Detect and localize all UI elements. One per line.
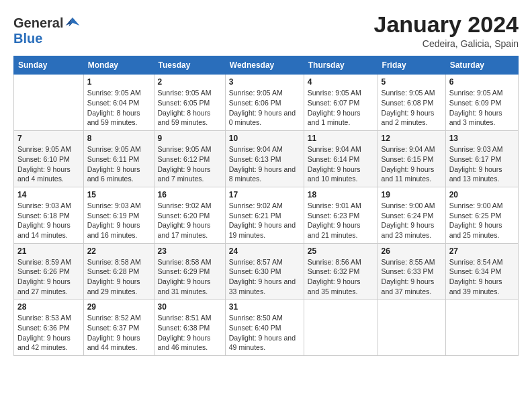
week-row-2: 7Sunrise: 9:05 AMSunset: 6:10 PMDaylight… — [14, 131, 519, 187]
day-detail: Sunrise: 9:03 AMSunset: 6:18 PMDaylight:… — [17, 201, 80, 240]
calendar-cell: 22Sunrise: 8:58 AMSunset: 6:28 PMDayligh… — [83, 243, 154, 300]
header-row: SundayMondayTuesdayWednesdayThursdayFrid… — [14, 56, 519, 75]
calendar-cell: 23Sunrise: 8:58 AMSunset: 6:29 PMDayligh… — [154, 243, 225, 300]
calendar-table: SundayMondayTuesdayWednesdayThursdayFrid… — [13, 56, 519, 356]
day-number: 28 — [17, 302, 80, 312]
day-detail: Sunrise: 9:05 AMSunset: 6:07 PMDaylight:… — [308, 88, 374, 128]
day-detail: Sunrise: 8:52 AMSunset: 6:37 PMDaylight:… — [87, 313, 150, 353]
calendar-cell: 4Sunrise: 9:05 AMSunset: 6:07 PMDaylight… — [304, 75, 378, 131]
subtitle: Cedeira, Galicia, Spain — [374, 38, 519, 49]
calendar-cell: 1Sunrise: 9:05 AMSunset: 6:04 PMDaylight… — [83, 75, 154, 131]
calendar-cell: 29Sunrise: 8:52 AMSunset: 6:37 PMDayligh… — [83, 300, 154, 356]
day-number: 16 — [158, 190, 222, 199]
calendar-cell: 11Sunrise: 9:04 AMSunset: 6:14 PMDayligh… — [304, 131, 378, 187]
logo-blue-text: Blue — [13, 31, 42, 46]
calendar-cell: 3Sunrise: 9:05 AMSunset: 6:06 PMDaylight… — [225, 75, 304, 131]
day-number: 14 — [17, 190, 80, 199]
calendar-cell: 6Sunrise: 9:05 AMSunset: 6:09 PMDaylight… — [445, 75, 518, 131]
day-number: 13 — [449, 134, 515, 143]
calendar-cell — [304, 300, 378, 356]
page: General Blue January 2024 Cedeira, Galic… — [0, 0, 532, 411]
calendar-cell: 26Sunrise: 8:55 AMSunset: 6:33 PMDayligh… — [378, 243, 445, 300]
column-header-thursday: Thursday — [304, 56, 378, 75]
column-header-sunday: Sunday — [14, 56, 84, 75]
day-detail: Sunrise: 8:58 AMSunset: 6:29 PMDaylight:… — [158, 257, 222, 297]
day-number: 18 — [308, 190, 374, 199]
calendar-cell: 8Sunrise: 9:05 AMSunset: 6:11 PMDaylight… — [83, 131, 154, 187]
logo-general-text: General — [13, 15, 63, 31]
week-row-4: 21Sunrise: 8:59 AMSunset: 6:26 PMDayligh… — [14, 243, 519, 300]
day-detail: Sunrise: 9:05 AMSunset: 6:10 PMDaylight:… — [17, 144, 80, 184]
calendar-cell: 28Sunrise: 8:53 AMSunset: 6:36 PMDayligh… — [14, 300, 84, 356]
week-row-3: 14Sunrise: 9:03 AMSunset: 6:18 PMDayligh… — [14, 187, 519, 243]
day-number: 10 — [229, 134, 300, 143]
day-detail: Sunrise: 8:51 AMSunset: 6:38 PMDaylight:… — [158, 313, 222, 353]
day-number: 19 — [382, 190, 442, 199]
day-detail: Sunrise: 9:01 AMSunset: 6:23 PMDaylight:… — [308, 201, 374, 240]
calendar-cell — [445, 300, 518, 356]
day-detail: Sunrise: 9:05 AMSunset: 6:06 PMDaylight:… — [229, 88, 300, 128]
day-number: 3 — [229, 77, 300, 87]
day-detail: Sunrise: 8:57 AMSunset: 6:30 PMDaylight:… — [229, 257, 300, 297]
calendar-cell: 18Sunrise: 9:01 AMSunset: 6:23 PMDayligh… — [304, 187, 378, 243]
day-detail: Sunrise: 8:54 AMSunset: 6:34 PMDaylight:… — [449, 257, 515, 297]
day-number: 27 — [449, 246, 515, 256]
day-detail: Sunrise: 8:56 AMSunset: 6:32 PMDaylight:… — [308, 257, 374, 297]
calendar-cell: 27Sunrise: 8:54 AMSunset: 6:34 PMDayligh… — [445, 243, 518, 300]
day-detail: Sunrise: 9:05 AMSunset: 6:11 PMDaylight:… — [87, 144, 150, 184]
day-detail: Sunrise: 9:03 AMSunset: 6:17 PMDaylight:… — [449, 144, 515, 184]
calendar-cell: 14Sunrise: 9:03 AMSunset: 6:18 PMDayligh… — [14, 187, 84, 243]
day-detail: Sunrise: 9:04 AMSunset: 6:14 PMDaylight:… — [308, 144, 374, 184]
week-row-1: 1Sunrise: 9:05 AMSunset: 6:04 PMDaylight… — [14, 75, 519, 131]
calendar-cell: 13Sunrise: 9:03 AMSunset: 6:17 PMDayligh… — [445, 131, 518, 187]
logo: General Blue — [13, 15, 81, 46]
day-detail: Sunrise: 9:05 AMSunset: 6:05 PMDaylight:… — [158, 88, 222, 128]
day-detail: Sunrise: 9:04 AMSunset: 6:15 PMDaylight:… — [382, 144, 442, 184]
column-header-saturday: Saturday — [445, 56, 518, 75]
day-number: 8 — [87, 134, 150, 143]
day-detail: Sunrise: 9:04 AMSunset: 6:13 PMDaylight:… — [229, 144, 300, 184]
calendar-cell — [378, 300, 445, 356]
day-detail: Sunrise: 9:02 AMSunset: 6:20 PMDaylight:… — [158, 201, 222, 240]
day-number: 17 — [229, 190, 300, 199]
day-number: 15 — [87, 190, 150, 199]
calendar-cell: 17Sunrise: 9:02 AMSunset: 6:21 PMDayligh… — [225, 187, 304, 243]
column-header-friday: Friday — [378, 56, 445, 75]
day-number: 24 — [229, 246, 300, 256]
column-header-wednesday: Wednesday — [225, 56, 304, 75]
day-number: 12 — [382, 134, 442, 143]
day-number: 26 — [382, 246, 442, 256]
day-detail: Sunrise: 8:58 AMSunset: 6:28 PMDaylight:… — [87, 257, 150, 297]
day-number: 1 — [87, 77, 150, 87]
calendar-cell: 2Sunrise: 9:05 AMSunset: 6:05 PMDaylight… — [154, 75, 225, 131]
day-detail: Sunrise: 8:59 AMSunset: 6:26 PMDaylight:… — [17, 257, 80, 297]
day-number: 22 — [87, 246, 150, 256]
calendar-cell: 7Sunrise: 9:05 AMSunset: 6:10 PMDaylight… — [14, 131, 84, 187]
calendar-cell: 31Sunrise: 8:50 AMSunset: 6:40 PMDayligh… — [225, 300, 304, 356]
calendar-cell: 9Sunrise: 9:05 AMSunset: 6:12 PMDaylight… — [154, 131, 225, 187]
column-header-tuesday: Tuesday — [154, 56, 225, 75]
day-detail: Sunrise: 9:00 AMSunset: 6:24 PMDaylight:… — [382, 201, 442, 240]
day-detail: Sunrise: 9:00 AMSunset: 6:25 PMDaylight:… — [449, 201, 515, 240]
day-detail: Sunrise: 9:05 AMSunset: 6:09 PMDaylight:… — [449, 88, 515, 128]
week-row-5: 28Sunrise: 8:53 AMSunset: 6:36 PMDayligh… — [14, 300, 519, 356]
day-detail: Sunrise: 8:50 AMSunset: 6:40 PMDaylight:… — [229, 313, 300, 353]
logo-bird-icon — [64, 15, 81, 31]
title-area: January 2024 Cedeira, Galicia, Spain — [374, 12, 519, 49]
column-header-monday: Monday — [83, 56, 154, 75]
calendar-cell: 15Sunrise: 9:03 AMSunset: 6:19 PMDayligh… — [83, 187, 154, 243]
day-number: 30 — [158, 302, 222, 312]
day-detail: Sunrise: 8:55 AMSunset: 6:33 PMDaylight:… — [382, 257, 442, 297]
calendar-cell: 10Sunrise: 9:04 AMSunset: 6:13 PMDayligh… — [225, 131, 304, 187]
calendar-cell: 5Sunrise: 9:05 AMSunset: 6:08 PMDaylight… — [378, 75, 445, 131]
calendar-cell: 19Sunrise: 9:00 AMSunset: 6:24 PMDayligh… — [378, 187, 445, 243]
day-number: 21 — [17, 246, 80, 256]
day-number: 9 — [158, 134, 222, 143]
calendar-cell: 20Sunrise: 9:00 AMSunset: 6:25 PMDayligh… — [445, 187, 518, 243]
day-detail: Sunrise: 9:03 AMSunset: 6:19 PMDaylight:… — [87, 201, 150, 240]
day-number: 31 — [229, 302, 300, 312]
day-number: 4 — [308, 77, 374, 87]
day-number: 6 — [449, 77, 515, 87]
calendar-cell: 24Sunrise: 8:57 AMSunset: 6:30 PMDayligh… — [225, 243, 304, 300]
day-number: 2 — [158, 77, 222, 87]
